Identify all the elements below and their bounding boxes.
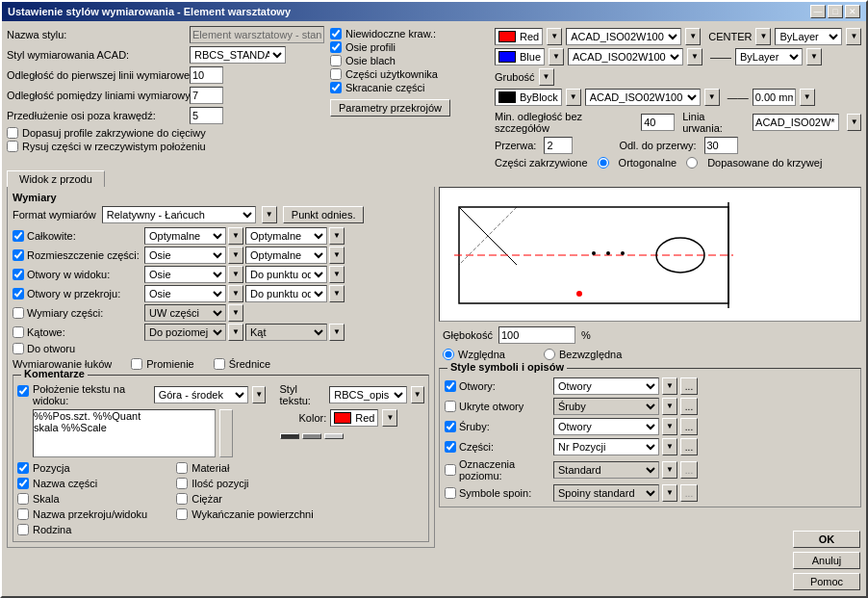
check-wykonczenie[interactable] [176, 508, 188, 520]
check-otwory-widok[interactable] [13, 269, 24, 280]
calkowite-dd2[interactable]: ▼ [329, 227, 345, 245]
color-blue-dropdown[interactable]: ▼ [549, 48, 564, 65]
calkowite-sel1[interactable]: Optymalne [144, 227, 226, 245]
otwory-przekroj-dd1[interactable]: ▼ [228, 285, 243, 302]
odl-do-przerwy-input[interactable] [704, 137, 738, 154]
close-button[interactable]: ✕ [845, 5, 860, 18]
check-ss-sruby[interactable] [445, 421, 456, 432]
ss-symbole-dd[interactable]: ▼ [662, 484, 677, 502]
otwory-przekroj-sel2[interactable]: Do punktu odnies [245, 285, 327, 302]
rozmieszczenie-sel1[interactable]: Osie [144, 247, 226, 264]
ss-sruby-dots[interactable]: ... [680, 418, 698, 435]
check-material[interactable] [176, 462, 188, 474]
otwory-widok-sel2[interactable]: Do punktu odnies [245, 266, 327, 283]
polozenie-select[interactable]: Góra - środek [154, 386, 248, 403]
ok-button[interactable]: OK [793, 531, 860, 548]
bylayer2-dropdown[interactable]: ▼ [806, 48, 822, 65]
maximize-button[interactable]: □ [828, 5, 843, 18]
check-symbole[interactable] [445, 487, 456, 499]
linia-urwania-dropdown[interactable]: ▼ [847, 114, 861, 131]
ss-czesci-dots[interactable]: ... [680, 438, 698, 455]
ss-sruby-dd[interactable]: ▼ [662, 418, 677, 435]
check-nazwa-przekroju[interactable] [17, 508, 29, 520]
color-btn1[interactable] [280, 433, 299, 439]
check-ukryte[interactable] [445, 401, 456, 412]
anuluj-button[interactable]: Anuluj [793, 552, 860, 569]
check-nazwa-czesci[interactable] [17, 478, 29, 489]
odleglosc2-input[interactable] [190, 87, 223, 104]
check-osie-blach[interactable] [330, 55, 342, 66]
pomoc-button[interactable]: Pomoc [793, 573, 860, 590]
wymiary-czesci-dd1[interactable]: ▼ [228, 304, 243, 322]
check-skala[interactable] [17, 493, 29, 505]
linestyle1-dropdown[interactable]: ▼ [755, 28, 771, 45]
ss-ukryte-select[interactable]: Śruby [553, 398, 659, 415]
check-niewidoczne[interactable] [330, 28, 342, 39]
check-srednice[interactable] [214, 358, 225, 370]
ss-czesci-dd[interactable]: ▼ [662, 438, 677, 455]
mm-dropdown[interactable]: ▼ [800, 89, 815, 106]
tab-widok-z-przodu[interactable]: Widok z przodu [7, 170, 105, 187]
ss-otwory-dots[interactable]: ... [680, 377, 698, 395]
byblock-dropdown[interactable]: ▼ [566, 89, 581, 106]
color-btn3[interactable] [324, 433, 344, 439]
wzgledna-radio[interactable] [443, 349, 454, 360]
parametry-button[interactable]: Parametry przekrojów [330, 99, 450, 117]
color-red-dropdown[interactable]: ▼ [547, 28, 562, 45]
odleglosc1-input[interactable] [190, 66, 223, 84]
check-otwory-przekroj[interactable] [13, 288, 24, 299]
ss-czesci-select[interactable]: Nr Pozycji [553, 438, 659, 455]
linetype1-select[interactable]: ACAD_ISO02W100 [566, 28, 681, 45]
check-skracanie[interactable] [330, 82, 342, 93]
linetype2-dropdown[interactable]: ▼ [687, 48, 702, 65]
wymiary-czesci-sel1[interactable]: UW części [144, 304, 226, 322]
bylayer1-dropdown[interactable]: ▼ [846, 28, 861, 45]
nazwa-stylu-input[interactable] [190, 26, 324, 43]
check-ss-czesci[interactable] [445, 441, 456, 453]
komentarze-textarea[interactable]: %%Pos.szt. %%Quant skala %%Scale [33, 409, 216, 457]
linetype1-dropdown[interactable]: ▼ [685, 28, 701, 45]
check-pozycja[interactable] [17, 462, 29, 474]
otwory-przekroj-sel1[interactable]: Osie [144, 285, 226, 302]
kolor-dropdown[interactable]: ▼ [382, 409, 397, 427]
punkt-odnies-button[interactable]: Punkt odnies. [283, 206, 365, 223]
grubose-dropdown[interactable]: ▼ [539, 68, 554, 86]
przerwa-input[interactable] [544, 137, 573, 154]
ss-ukryte-dots[interactable]: ... [680, 398, 698, 415]
ss-oznaczenia-select[interactable]: Standard [553, 461, 659, 479]
linetype3-select[interactable]: ACAD_ISO02W100 [585, 89, 701, 106]
linetype2-select[interactable]: ACAD_ISO02W100 [568, 48, 683, 65]
katowe-dd2[interactable]: ▼ [329, 324, 345, 341]
ortogonalne-radio[interactable] [598, 157, 609, 169]
check-calkowite[interactable] [13, 230, 24, 242]
check-do-otworu[interactable] [13, 343, 24, 354]
check-wymiary-czesci[interactable] [13, 307, 24, 319]
katowe-dd1[interactable]: ▼ [228, 324, 243, 341]
min-odl-input[interactable] [641, 114, 675, 131]
check-ss-otwory[interactable] [445, 380, 456, 392]
mm-value[interactable] [753, 89, 796, 106]
otwory-widok-dd2[interactable]: ▼ [329, 266, 345, 283]
calkowite-sel2[interactable]: Optymalne [245, 227, 327, 245]
dopasowane-radio[interactable] [686, 157, 698, 169]
ss-otwory-select[interactable]: Otwory [553, 377, 659, 395]
check-komentarze[interactable] [17, 385, 29, 397]
styl-wym-select[interactable]: RBCS_STANDARD [190, 46, 286, 64]
format-dropdown[interactable]: ▼ [262, 206, 277, 223]
check-rysuj[interactable] [7, 141, 18, 152]
styl-tekstu-select[interactable]: RBCS_opis [329, 386, 406, 403]
check-oznaczenia[interactable] [445, 464, 456, 476]
otwory-przekroj-dd2[interactable]: ▼ [329, 285, 345, 302]
rozmieszczenie-dd2[interactable]: ▼ [329, 247, 345, 264]
color-btn2[interactable] [302, 433, 321, 439]
otwory-widok-sel1[interactable]: Osie [144, 266, 226, 283]
otwory-widok-dd1[interactable]: ▼ [228, 266, 243, 283]
rozmieszczenie-sel2[interactable]: Optymalne [245, 247, 327, 264]
glebok-input[interactable] [498, 326, 575, 344]
katowe-sel2[interactable]: Kąt [245, 324, 327, 341]
minimize-button[interactable]: — [810, 5, 826, 18]
check-czesci[interactable] [330, 68, 342, 80]
ss-oznaczenia-dots[interactable]: ... [680, 461, 698, 479]
ss-symbole-dots[interactable]: ... [680, 484, 698, 502]
styl-tekstu-dropdown[interactable]: ▼ [411, 386, 424, 403]
